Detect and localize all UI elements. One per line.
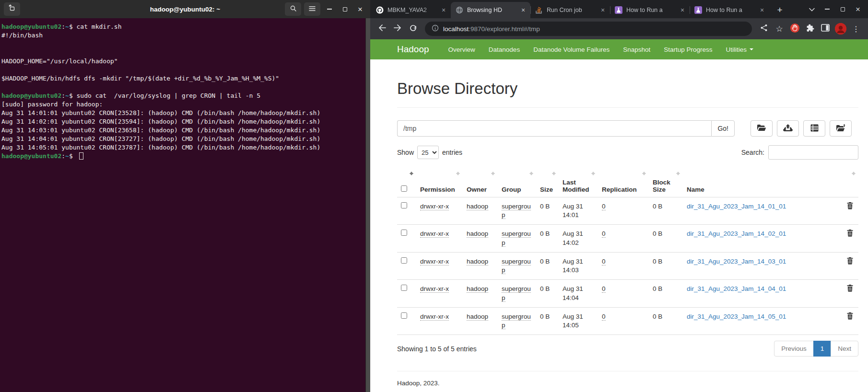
permission-editable[interactable]: drwxr-xr-x bbox=[420, 203, 449, 210]
sort-icon[interactable] bbox=[642, 170, 646, 177]
side-panel-button[interactable] bbox=[818, 22, 833, 36]
upload-file-button[interactable] bbox=[777, 120, 799, 137]
forward-button[interactable] bbox=[390, 22, 405, 36]
column-header-replication[interactable]: Replication bbox=[598, 166, 649, 197]
go-button[interactable]: Go! bbox=[711, 120, 735, 137]
sort-icon[interactable] bbox=[529, 170, 534, 177]
replication-editable[interactable]: 0 bbox=[602, 230, 606, 238]
sort-icon[interactable] bbox=[410, 170, 414, 177]
browser-new-tab-button[interactable]: + bbox=[773, 3, 786, 17]
owner-editable[interactable]: hadoop bbox=[467, 230, 488, 238]
trash-icon[interactable] bbox=[847, 230, 853, 239]
owner-editable[interactable]: hadoop bbox=[467, 285, 488, 293]
reload-button[interactable] bbox=[406, 22, 420, 36]
browser-tab-3[interactable]: Run Cron job× bbox=[530, 2, 610, 18]
column-header-actions[interactable] bbox=[843, 166, 858, 197]
column-header-select[interactable] bbox=[397, 166, 416, 197]
owner-editable[interactable]: hadoop bbox=[467, 203, 488, 210]
group-editable[interactable]: supergroup bbox=[502, 258, 531, 274]
row-checkbox[interactable] bbox=[401, 312, 407, 319]
terminal-menu-button[interactable] bbox=[304, 2, 320, 16]
directory-link[interactable]: dir_31_Agu_2023_Jam_14_05_01 bbox=[687, 313, 786, 320]
browser-menu-button[interactable]: ⋮ bbox=[849, 22, 863, 36]
replication-editable[interactable]: 0 bbox=[602, 313, 606, 321]
profile-button[interactable] bbox=[833, 22, 848, 36]
url-bar[interactable]: localhost:9870/explorer.html#/tmp bbox=[425, 22, 752, 36]
hadoop-brand[interactable]: Hadoop bbox=[397, 44, 429, 55]
directory-link[interactable]: dir_31_Agu_2023_Jam_14_02_01 bbox=[687, 230, 786, 237]
replication-editable[interactable]: 0 bbox=[602, 285, 606, 293]
row-checkbox[interactable] bbox=[401, 230, 407, 236]
next-page-button[interactable]: Next bbox=[831, 341, 858, 357]
sort-icon[interactable] bbox=[456, 170, 460, 177]
tab-search-chevron-button[interactable] bbox=[805, 2, 819, 16]
site-info-icon[interactable] bbox=[432, 24, 439, 34]
terminal-scrollbar[interactable] bbox=[365, 18, 370, 392]
browser-tab-5[interactable]: How to Run a× bbox=[690, 2, 769, 18]
terminal-screen[interactable]: hadoop@yubuntu02:~$ cat mkdir.sh#!/bin/b… bbox=[0, 18, 370, 392]
table-search-input[interactable] bbox=[768, 145, 858, 160]
trash-icon[interactable] bbox=[847, 312, 853, 322]
sort-icon[interactable] bbox=[676, 170, 680, 177]
tab-close-button[interactable]: × bbox=[519, 6, 528, 14]
sort-icon[interactable] bbox=[491, 170, 495, 177]
permission-editable[interactable]: drwxr-xr-x bbox=[420, 313, 449, 321]
set-quota-button[interactable] bbox=[803, 120, 825, 137]
column-header-block-size[interactable]: Block Size bbox=[649, 166, 683, 197]
column-header-owner[interactable]: Owner bbox=[463, 166, 498, 197]
terminal-search-button[interactable] bbox=[285, 2, 301, 16]
replication-editable[interactable]: 0 bbox=[602, 203, 606, 210]
group-editable[interactable]: supergroup bbox=[502, 230, 531, 246]
trash-icon[interactable] bbox=[847, 285, 853, 294]
directory-link[interactable]: dir_31_Agu_2023_Jam_14_03_01 bbox=[687, 258, 786, 265]
bookmark-button[interactable]: ☆ bbox=[772, 22, 786, 36]
permission-editable[interactable]: drwxr-xr-x bbox=[420, 285, 449, 293]
permission-editable[interactable]: drwxr-xr-x bbox=[420, 230, 449, 238]
nav-item-startup-progress[interactable]: Startup Progress bbox=[657, 39, 719, 59]
group-editable[interactable]: supergroup bbox=[502, 285, 531, 301]
nav-item-datanode-volume-failures[interactable]: Datanode Volume Failures bbox=[527, 39, 616, 59]
tab-close-button[interactable]: × bbox=[758, 6, 766, 14]
browser-close-button[interactable]: × bbox=[851, 2, 865, 16]
row-checkbox[interactable] bbox=[401, 202, 407, 208]
group-editable[interactable]: supergroup bbox=[502, 203, 531, 219]
terminal-maximize-button[interactable] bbox=[339, 2, 351, 16]
previous-page-button[interactable]: Previous bbox=[774, 341, 814, 357]
column-header-permission[interactable]: Permission bbox=[416, 166, 463, 197]
group-editable[interactable]: supergroup bbox=[502, 313, 531, 329]
tab-close-button[interactable]: × bbox=[678, 6, 687, 14]
nav-utilities-dropdown[interactable]: Utilities bbox=[719, 39, 761, 59]
create-directory-button[interactable] bbox=[830, 120, 852, 137]
replication-editable[interactable]: 0 bbox=[602, 258, 606, 265]
nav-item-snapshot[interactable]: Snapshot bbox=[616, 39, 657, 59]
terminal-close-button[interactable]: × bbox=[354, 2, 366, 16]
back-button[interactable] bbox=[375, 22, 389, 36]
browser-maximize-button[interactable] bbox=[835, 2, 850, 16]
cut-paste-button[interactable] bbox=[751, 120, 773, 137]
row-checkbox[interactable] bbox=[401, 285, 407, 291]
browser-tab-2[interactable]: Browsing HD× bbox=[451, 2, 530, 18]
tab-close-button[interactable]: × bbox=[439, 6, 448, 14]
directory-path-input[interactable] bbox=[397, 120, 711, 137]
nav-item-overview[interactable]: Overview bbox=[442, 39, 482, 59]
owner-editable[interactable]: hadoop bbox=[467, 313, 488, 321]
row-checkbox[interactable] bbox=[401, 257, 407, 264]
nav-item-datanodes[interactable]: Datanodes bbox=[482, 39, 527, 59]
share-button[interactable] bbox=[757, 22, 771, 36]
column-header-size[interactable]: Size bbox=[536, 166, 559, 197]
adblock-extension-button[interactable] bbox=[787, 22, 802, 36]
page-size-select[interactable]: 25 bbox=[417, 146, 439, 159]
column-header-last-modified[interactable]: Last Modified bbox=[559, 166, 598, 197]
directory-link[interactable]: dir_31_Agu_2023_Jam_14_01_01 bbox=[687, 203, 786, 210]
select-all-checkbox[interactable] bbox=[401, 185, 407, 192]
trash-icon[interactable] bbox=[847, 257, 853, 267]
browser-tab-1[interactable]: MBKM_YAVA2× bbox=[371, 2, 451, 18]
browser-tab-4[interactable]: How to Run a× bbox=[610, 2, 690, 18]
owner-editable[interactable]: hadoop bbox=[467, 258, 488, 265]
sort-icon[interactable] bbox=[852, 170, 856, 177]
extensions-button[interactable] bbox=[803, 22, 817, 36]
permission-editable[interactable]: drwxr-xr-x bbox=[420, 258, 449, 265]
browser-minimize-button[interactable] bbox=[820, 2, 834, 16]
page-1-button[interactable]: 1 bbox=[813, 341, 832, 357]
directory-link[interactable]: dir_31_Agu_2023_Jam_14_04_01 bbox=[687, 285, 786, 292]
